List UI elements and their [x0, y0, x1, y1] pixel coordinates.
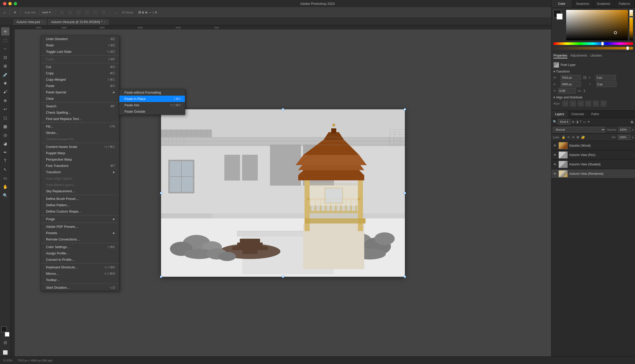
- menu-fill[interactable]: Fill… ⇧F5: [41, 123, 119, 130]
- menu-define-pattern[interactable]: Define Pattern…: [41, 202, 119, 208]
- menu-perspective-warp[interactable]: Perspective Warp: [41, 156, 119, 163]
- lock-image-icon[interactable]: ✏: [567, 135, 570, 139]
- menu-auto-align[interactable]: Auto-Align Layers…: [41, 175, 119, 182]
- layer-item-pen[interactable]: 👁 Autumn View (Pen): [551, 150, 635, 160]
- tab-adjustments[interactable]: Adjustments: [570, 54, 587, 58]
- menu-search[interactable]: Search ⌘F: [41, 103, 119, 109]
- menu-sky-replacement[interactable]: Sky Replacement…: [41, 188, 119, 194]
- minimize-button[interactable]: [8, 2, 12, 5]
- chain-icon[interactable]: ⛓: [583, 76, 586, 80]
- width-input[interactable]: [561, 75, 581, 80]
- menu-keyboard-shortcuts[interactable]: Keyboard Shortcuts… ⌥⇧⌘K: [41, 264, 119, 270]
- menu-color-settings[interactable]: Color Settings… ⇧⌘K: [41, 244, 119, 250]
- tool-blur[interactable]: ◎: [1, 131, 9, 139]
- gradient-handle[interactable]: [614, 31, 617, 34]
- tool-clone[interactable]: ⊕: [1, 96, 9, 105]
- menu-copy[interactable]: Copy ⌘C: [41, 70, 119, 76]
- opacity-slider[interactable]: [553, 47, 633, 49]
- selection-handle-tc[interactable]: [282, 108, 284, 110]
- menu-toolbar[interactable]: Toolbar…: [41, 277, 119, 283]
- tool-dodge[interactable]: ◕: [1, 140, 9, 148]
- menu-undo-deselect[interactable]: Undo Deselect ⌘Z: [41, 36, 119, 42]
- color-gradient-picker[interactable]: [566, 10, 628, 40]
- lock-artboard-icon[interactable]: ⊞: [577, 135, 579, 139]
- opacity-handle[interactable]: [626, 46, 629, 50]
- toolbar-more[interactable]: …: [113, 10, 119, 15]
- filter-text-icon[interactable]: T: [580, 120, 582, 124]
- toolbar-home[interactable]: ⌂: [2, 10, 7, 15]
- hue-slider[interactable]: [553, 42, 633, 45]
- kind-dropdown[interactable]: Kind ▾: [558, 119, 570, 125]
- tool-lasso[interactable]: ⌢: [1, 45, 9, 53]
- rotate-input[interactable]: [558, 88, 576, 94]
- filter-toggle[interactable]: ◉: [630, 120, 633, 124]
- menu-menus[interactable]: Menus… ⌥⇧⌘M: [41, 270, 119, 277]
- opacity-input[interactable]: [618, 127, 631, 132]
- align-section-header[interactable]: ▾ Align and Distribute: [553, 96, 633, 99]
- menu-remote-connections[interactable]: Remote Connections…: [41, 236, 119, 242]
- layer-item-shaded[interactable]: 👁 Autumn View (Shaded): [551, 160, 635, 169]
- tool-brush[interactable]: 🖌: [1, 88, 9, 96]
- menu-content-aware-scale[interactable]: Content-Aware Scale ⌥⇧⌘C: [41, 144, 119, 150]
- toolbar-move-tool[interactable]: ✛: [12, 10, 18, 15]
- menu-check-spelling[interactable]: Check Spelling…: [41, 109, 119, 116]
- align-center-h-btn[interactable]: ⬛: [570, 101, 576, 106]
- tab-libraries[interactable]: Libraries: [590, 54, 602, 58]
- opacity-arrow[interactable]: ▾: [632, 128, 633, 131]
- filter-smart-icon[interactable]: ✦: [587, 120, 590, 124]
- align-left-btn[interactable]: ⬛: [563, 101, 568, 106]
- selection-handle-bl[interactable]: [160, 276, 162, 278]
- foreground-color[interactable]: [1, 326, 7, 332]
- background-color[interactable]: [5, 332, 9, 337]
- tool-pen[interactable]: ✒: [1, 148, 9, 156]
- menu-stroke[interactable]: Stroke…: [41, 130, 119, 136]
- layer-visibility-gazebo[interactable]: 👁: [553, 144, 557, 148]
- maximize-button[interactable]: [14, 2, 17, 5]
- selection-handle-tr[interactable]: [404, 108, 406, 110]
- flip-h-icon[interactable]: ⇔: [578, 89, 581, 93]
- selection-handle-mr[interactable]: [404, 192, 406, 194]
- menu-fade[interactable]: Fade… ⇧⌘F: [41, 56, 119, 62]
- tool-edit-in-quick-mask[interactable]: ◎: [1, 338, 9, 346]
- fill-arrow[interactable]: ▾: [632, 136, 633, 139]
- menu-assign-profile[interactable]: Assign Profile…: [41, 250, 119, 256]
- toolbar-align-top[interactable]: ⬛: [84, 10, 90, 15]
- menu-free-transform[interactable]: Free Transform ⌘T: [41, 163, 119, 169]
- menu-puppet-warp[interactable]: Puppet Warp: [41, 150, 119, 156]
- tab-swatches[interactable]: Swatches: [572, 0, 593, 8]
- tab-color[interactable]: Color: [551, 0, 572, 8]
- menu-presets[interactable]: Presets ▶: [41, 230, 119, 236]
- y-input[interactable]: [596, 81, 616, 87]
- tab-gradients[interactable]: Gradients: [593, 0, 614, 8]
- menu-clear[interactable]: Clear: [41, 95, 119, 102]
- layer-visibility-shaded[interactable]: 👁: [553, 162, 557, 166]
- tool-eraser[interactable]: ◻: [1, 114, 9, 122]
- layer-visibility-rendered[interactable]: 👁: [553, 172, 557, 176]
- toolbar-align-center-h[interactable]: ⬛: [67, 10, 74, 15]
- hue-handle[interactable]: [601, 42, 604, 45]
- filter-adj-icon[interactable]: ◑: [576, 120, 579, 124]
- menu-transform[interactable]: Transform ▶: [41, 169, 119, 175]
- tool-path-selection[interactable]: ↖: [1, 165, 9, 174]
- menu-auto-blend[interactable]: Auto-Blend Layers…: [41, 182, 119, 188]
- menu-convert-to-profile[interactable]: Convert to Profile…: [41, 256, 119, 263]
- tab-psb-close[interactable]: ×: [104, 21, 106, 23]
- tab-layers[interactable]: Layers: [551, 111, 568, 118]
- tool-move[interactable]: ✛: [1, 27, 9, 36]
- tab-properties[interactable]: Properties: [553, 54, 567, 58]
- toolbar-align-center-v[interactable]: ⬛: [92, 10, 99, 15]
- tab-paths[interactable]: Paths: [588, 111, 603, 118]
- toolbar-auto-select-value[interactable]: Layer ▾: [39, 10, 53, 15]
- tool-hand[interactable]: ✋: [1, 183, 9, 191]
- submenu-paste-outside[interactable]: Paste Outside: [119, 108, 185, 115]
- tab-channels[interactable]: Channels: [568, 111, 588, 118]
- tool-object-selection[interactable]: ⊡: [1, 53, 9, 61]
- menu-copy-merged[interactable]: Copy Merged ⇧⌘C: [41, 76, 119, 83]
- lock-all-icon[interactable]: 🔐: [581, 135, 585, 139]
- tab-psd[interactable]: Autumn View.psd ×: [13, 19, 47, 25]
- menu-define-custom-shape[interactable]: Define Custom Shape…: [41, 208, 119, 215]
- submenu-paste-without-formatting[interactable]: Paste without Formatting: [119, 89, 185, 96]
- filter-type-icon[interactable]: ⊕: [572, 120, 575, 124]
- toolbar-align-right[interactable]: ⬛: [75, 10, 82, 15]
- flip-v-icon[interactable]: ⇕: [583, 89, 586, 93]
